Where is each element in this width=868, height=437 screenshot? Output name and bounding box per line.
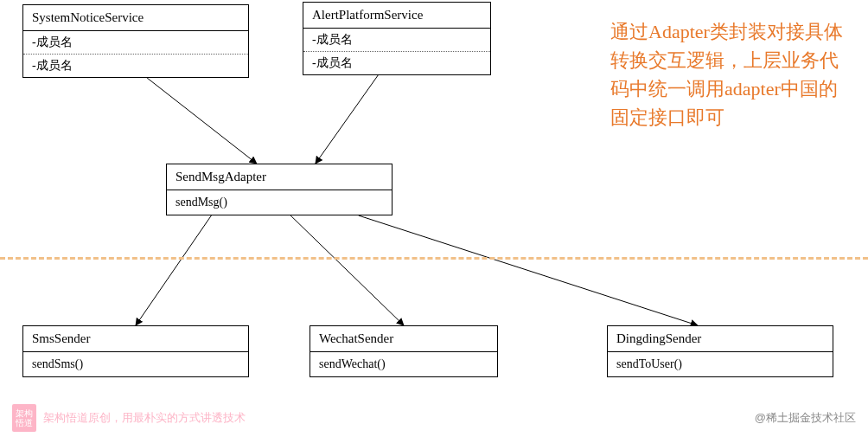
class-title: SmsSender: [23, 326, 248, 352]
class-title: WechatSender: [310, 326, 497, 352]
footer: 架构 悟道 架构悟道原创，用最朴实的方式讲透技术 @稀土掘金技术社区: [12, 404, 856, 432]
class-method: sendMsg(): [167, 190, 392, 215]
class-method: sendSms(): [23, 352, 248, 376]
class-title: SendMsgAdapter: [167, 164, 392, 190]
watermark: 架构 悟道 架构悟道原创，用最朴实的方式讲透技术: [12, 404, 246, 432]
class-dingding-sender: DingdingSender sendToUser(): [607, 325, 833, 377]
community-credit: @稀土掘金技术社区: [755, 410, 856, 426]
class-system-notice-service: SystemNoticeService -成员名 -成员名: [22, 4, 249, 78]
watermark-logo: 架构 悟道: [12, 404, 36, 432]
connector-arrow: [136, 215, 211, 325]
class-member: -成员名: [23, 31, 248, 55]
connector-arrow: [359, 215, 698, 325]
watermark-logo-line: 架构: [16, 408, 33, 418]
connector-arrow: [316, 75, 378, 164]
class-wechat-sender: WechatSender sendWechat(): [310, 325, 498, 377]
class-method: sendWechat(): [310, 352, 497, 376]
section-divider: [0, 257, 868, 260]
class-title: SystemNoticeService: [23, 5, 248, 31]
connector-arrow: [290, 215, 404, 325]
class-title: AlertPlatformService: [303, 3, 490, 29]
annotation-text: 通过Adapter类封装对接具体转换交互逻辑，上层业务代码中统一调用adapte…: [610, 17, 852, 132]
class-member: -成员名: [303, 52, 490, 74]
watermark-logo-line: 悟道: [16, 418, 33, 427]
class-sms-sender: SmsSender sendSms(): [22, 325, 249, 377]
watermark-text: 架构悟道原创，用最朴实的方式讲透技术: [43, 410, 246, 426]
class-send-msg-adapter: SendMsgAdapter sendMsg(): [166, 164, 393, 215]
class-members: -成员名 -成员名: [23, 31, 248, 77]
class-members: -成员名 -成员名: [303, 29, 490, 74]
class-method: sendToUser(): [608, 352, 833, 376]
class-title: DingdingSender: [608, 326, 833, 352]
connector-arrow: [147, 78, 257, 164]
class-member: -成员名: [23, 55, 248, 77]
class-alert-platform-service: AlertPlatformService -成员名 -成员名: [303, 2, 491, 75]
class-member: -成员名: [303, 29, 490, 52]
